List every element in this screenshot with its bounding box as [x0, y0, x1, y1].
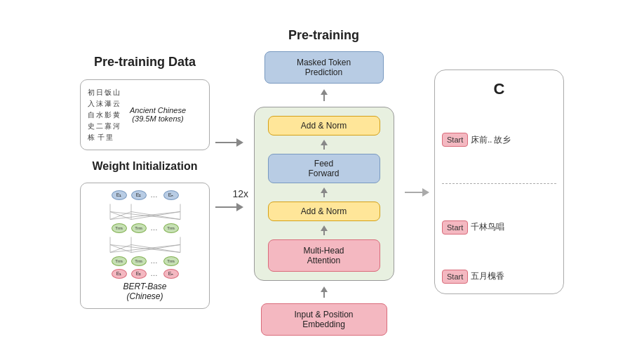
pretraining-data-title: Pre-training Data — [94, 55, 196, 70]
seq-start-2: Start — [442, 220, 468, 235]
node-trmn: Trm — [163, 223, 179, 233]
vert-arrow-inner1 — [321, 140, 328, 150]
node-en: Eₙ — [163, 190, 179, 200]
arrow-to-right — [405, 188, 429, 197]
node-e2-bot: E₂ — [131, 269, 147, 279]
node-e2: E₂ — [131, 190, 147, 200]
nn-row-mid1: Trm Trm … Trm — [112, 223, 179, 233]
masked-token-label: Masked TokenPrediction — [297, 58, 351, 77]
diagram-container: Pre-training Data 初日饭山 入沫瀑云 自水影黄 史二寡河 栋千… — [0, 0, 644, 363]
bert-box: E₁ E₂ … Eₙ — [80, 183, 210, 309]
left-arrows — [215, 138, 243, 211]
seq-text-3: 五月槐香 — [471, 270, 504, 282]
node-trm3: Trm — [112, 256, 127, 266]
seq-text-2: 千林鸟唱 — [471, 221, 504, 233]
nn-dots-2: … — [151, 224, 159, 232]
nn-row-top: E₁ E₂ … Eₙ — [112, 190, 179, 200]
weight-init-title: Weight Initialization — [93, 160, 198, 173]
bert-base-label: BERT-Base(Chinese) — [123, 282, 166, 301]
seq-start-1: Start — [442, 133, 468, 147]
bert-connections-svg-2 — [100, 236, 191, 253]
feed-forward-box: FeedForward — [268, 154, 380, 183]
nn-dots-1: … — [151, 191, 159, 199]
right-title: C — [442, 80, 556, 98]
middle-panel: Pre-training Masked TokenPrediction 12x … — [243, 28, 405, 336]
node-e1-bot: E₁ — [112, 269, 127, 279]
multi-head-attention-box: Multi-HeadAttention — [268, 239, 380, 272]
masked-token-box: Masked TokenPrediction — [264, 51, 384, 84]
vert-arrow-input — [321, 286, 328, 298]
transformer-outer: Add & Norm FeedForward Add & Norm — [254, 107, 394, 281]
seq-row-2: Start 千林鸟唱 — [442, 220, 556, 235]
input-embedding-box: Input & PositionEmbedding — [261, 303, 387, 336]
vert-arrow-inner2 — [321, 187, 328, 197]
seq-divider-1 — [442, 183, 556, 184]
arrow-bert — [215, 203, 243, 211]
transformer-wrapper: 12x Add & Norm FeedForward Add & Norm — [254, 107, 394, 281]
nx-label: 12x — [233, 188, 249, 199]
add-norm-bottom: Add & Norm — [268, 202, 380, 221]
bert-neural-net: E₁ E₂ … Eₙ — [86, 190, 203, 279]
node-trm4: Trm — [131, 256, 147, 266]
nn-dots-4: … — [151, 270, 159, 277]
right-rounded-box: C Start 床前.. 故乡 Start 千林鸟唱 Start 五月槐香 — [434, 70, 564, 294]
nn-row-bot: E₁ E₂ … Eₙ — [112, 269, 179, 279]
node-trm1: Trm — [112, 223, 127, 233]
vert-arrow-inner3 — [321, 225, 328, 235]
left-panel: Pre-training Data 初日饭山 入沫瀑云 自水影黄 史二寡河 栋千… — [75, 55, 215, 309]
seq-row-1: Start 床前.. 故乡 — [442, 133, 556, 147]
ancient-chinese-box: 初日饭山 入沫瀑云 自水影黄 史二寡河 栋千里 Ancient Chinese(… — [80, 79, 210, 150]
pretraining-title: Pre-training — [288, 28, 359, 43]
node-e1: E₁ — [112, 190, 127, 200]
middle-right-arrow — [405, 188, 429, 197]
node-trm-n2: Trm — [163, 256, 179, 266]
nn-row-mid2: Trm Trm … Trm — [112, 256, 179, 266]
seq-start-3: Start — [442, 270, 468, 284]
ancient-chinese-label: Ancient Chinese(39.5M tokens) — [130, 106, 186, 123]
vert-arrow-up1 — [321, 89, 328, 101]
arrow-ancient — [215, 138, 243, 147]
seq-text-1: 床前.. 故乡 — [471, 134, 511, 146]
node-trm2: Trm — [131, 223, 147, 233]
add-norm-top: Add & Norm — [268, 116, 380, 136]
right-panel: C Start 床前.. 故乡 Start 千林鸟唱 Start 五月槐香 — [429, 70, 570, 294]
node-en-bot: Eₙ — [163, 269, 179, 279]
nn-dots-3: … — [151, 257, 159, 265]
seq-row-3: Start 五月槐香 — [442, 270, 556, 284]
bert-connections-svg-1 — [100, 203, 191, 220]
